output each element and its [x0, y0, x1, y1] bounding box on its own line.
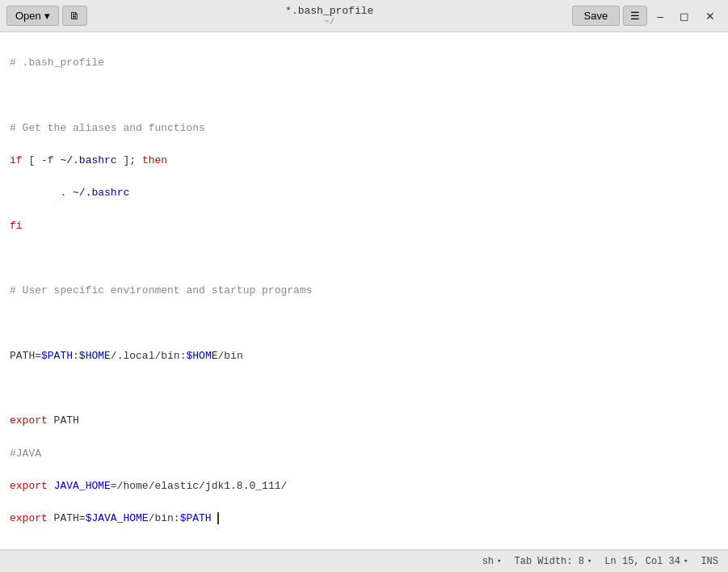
- open-button[interactable]: Open ▾: [6, 6, 59, 26]
- titlebar: Open ▾ 🗎 *.bash_profile ~/ Save ☰ – ◻ ✕: [0, 0, 728, 32]
- open-dropdown-arrow[interactable]: ▾: [44, 10, 50, 22]
- language-selector[interactable]: sh ▾: [482, 556, 502, 567]
- line-14: export JAVA_HOME=/home/elastic/jdk1.8.0_…: [10, 480, 287, 492]
- line-13: #JAVA: [10, 448, 41, 460]
- tab-width-selector[interactable]: Tab Width: 8 ▾: [515, 556, 592, 567]
- insert-mode: INS: [701, 556, 718, 567]
- statusbar: sh ▾ Tab Width: 8 ▾ Ln 15, Col 34 ▾ INS: [0, 549, 728, 572]
- language-label: sh: [482, 556, 494, 567]
- save-button[interactable]: Save: [572, 6, 621, 26]
- cursor-position-label: Ln 15, Col 34: [604, 556, 680, 567]
- line-6: fi: [10, 220, 23, 232]
- titlebar-center: *.bash_profile ~/: [87, 5, 572, 27]
- tab-width-label: Tab Width: 8: [515, 556, 584, 567]
- open-button-label: Open: [15, 10, 41, 22]
- titlebar-left: Open ▾ 🗎: [6, 6, 87, 26]
- close-button[interactable]: ✕: [699, 6, 722, 26]
- maximize-button[interactable]: ◻: [673, 6, 696, 26]
- line-4: if [ -f ~/.bashrc ]; then: [10, 154, 167, 166]
- new-file-icon: 🗎: [69, 10, 80, 22]
- line-15: export PATH=$JAVA_HOME/bin:$PATH: [10, 512, 219, 524]
- line-5: . ~/.bashrc: [10, 187, 129, 199]
- tab-width-dropdown-icon: ▾: [587, 557, 591, 566]
- line-1: # .bash_profile: [10, 57, 104, 69]
- editor-area[interactable]: # .bash_profile # Get the aliases and fu…: [0, 32, 728, 549]
- position-dropdown-icon: ▾: [684, 557, 688, 566]
- filepath-label: ~/: [87, 17, 572, 27]
- language-dropdown-icon: ▾: [497, 557, 501, 566]
- new-file-button[interactable]: 🗎: [62, 6, 87, 26]
- filename-label: *.bash_profile: [87, 5, 572, 17]
- hamburger-icon: ☰: [630, 10, 640, 22]
- line-12: export PATH: [10, 414, 79, 427]
- insert-mode-label: INS: [701, 556, 718, 567]
- minimize-button[interactable]: –: [650, 6, 670, 26]
- menu-button[interactable]: ☰: [623, 6, 647, 26]
- line-3: # Get the aliases and functions: [10, 122, 205, 134]
- cursor-position[interactable]: Ln 15, Col 34 ▾: [604, 556, 688, 567]
- titlebar-right: Save ☰ – ◻ ✕: [572, 6, 722, 26]
- line-8: # User specific environment and startup …: [10, 284, 312, 297]
- line-10: PATH=$PATH:$HOME/.local/bin:$HOME/bin: [10, 350, 243, 362]
